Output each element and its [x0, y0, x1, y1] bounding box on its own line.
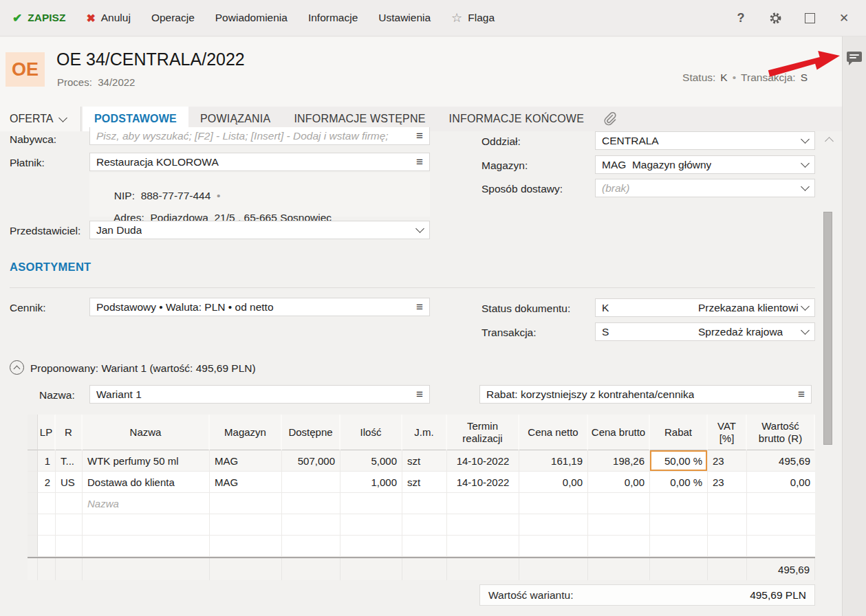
- menu-ustawienia[interactable]: Ustawienia: [378, 12, 431, 24]
- empty-cell[interactable]: [519, 514, 588, 536]
- col-wartosc-brutto[interactable]: Wartość brutto (R): [747, 415, 815, 450]
- cell-dostepne[interactable]: [282, 472, 340, 493]
- scrollbar-up-button[interactable]: [825, 135, 833, 144]
- empty-cell[interactable]: [83, 514, 210, 536]
- variant-collapse-button[interactable]: [10, 360, 24, 375]
- cell-vat[interactable]: 23: [708, 450, 747, 472]
- empty-cell[interactable]: [519, 536, 588, 557]
- empty-cell[interactable]: [747, 514, 815, 536]
- menu-powiadomienia[interactable]: Powiadomienia: [215, 12, 288, 24]
- cell-jm[interactable]: szt: [402, 450, 447, 472]
- sposob-dostawy-dropdown[interactable]: (brak): [595, 179, 815, 197]
- empty-cell[interactable]: [38, 514, 56, 536]
- nabywca-list-icon[interactable]: ≡: [416, 130, 423, 142]
- cell-cena-netto[interactable]: 0,00: [519, 472, 588, 493]
- empty-cell[interactable]: [38, 536, 56, 557]
- platnik-field[interactable]: Restauracja KOLOROWA ≡: [89, 153, 430, 171]
- cell-wartosc-brutto[interactable]: 0,00: [747, 472, 815, 493]
- col-vat[interactable]: VAT [%]: [708, 415, 747, 450]
- empty-cell[interactable]: [340, 536, 402, 557]
- col-cena-brutto[interactable]: Cena brutto: [588, 415, 650, 450]
- row-indicator[interactable]: [28, 450, 38, 472]
- cancel-button[interactable]: ✖ Anuluj: [86, 12, 131, 25]
- empty-cell[interactable]: [340, 514, 402, 536]
- magazyn-dropdown[interactable]: MAG Magazyn główny: [595, 155, 815, 174]
- help-button[interactable]: ?: [734, 10, 748, 25]
- empty-cell[interactable]: [588, 536, 650, 557]
- empty-cell[interactable]: [519, 493, 588, 514]
- empty-cell[interactable]: [588, 514, 650, 536]
- flag-button[interactable]: ☆ Flaga: [451, 10, 495, 25]
- cell-lp[interactable]: 2: [38, 472, 56, 493]
- new-row-nazwa-cell[interactable]: Nazwa: [83, 493, 210, 514]
- cell-termin[interactable]: 14-10-2022: [447, 472, 519, 493]
- row-indicator[interactable]: [28, 472, 38, 493]
- cell-rabat[interactable]: 0,00 %: [650, 472, 708, 493]
- cell-cena-brutto[interactable]: 198,26: [588, 450, 650, 472]
- close-button[interactable]: ✕: [837, 10, 851, 25]
- empty-cell[interactable]: [650, 514, 708, 536]
- cennik-list-icon[interactable]: ≡: [416, 301, 423, 313]
- empty-cell[interactable]: [402, 493, 447, 514]
- document-type-selector[interactable]: OFERTA: [0, 107, 81, 131]
- cennik-field[interactable]: Podstawowy • Waluta: PLN • od netto ≡: [89, 298, 430, 316]
- status-dokumentu-dropdown[interactable]: K Przekazana klientowi: [595, 298, 815, 317]
- empty-cell[interactable]: [56, 493, 83, 514]
- cell-cena-brutto[interactable]: 0,00: [588, 472, 650, 493]
- empty-cell[interactable]: [650, 493, 708, 514]
- empty-cell[interactable]: [747, 536, 815, 557]
- empty-cell[interactable]: [402, 536, 447, 557]
- empty-cell[interactable]: [650, 536, 708, 557]
- cell-jm[interactable]: szt: [402, 472, 447, 493]
- cell-r[interactable]: US: [56, 472, 83, 493]
- col-nazwa[interactable]: Nazwa: [83, 415, 210, 450]
- empty-cell[interactable]: [402, 514, 447, 536]
- row-indicator[interactable]: [28, 514, 38, 536]
- empty-cell[interactable]: [56, 514, 83, 536]
- przedstawiciel-dropdown[interactable]: Jan Duda: [89, 221, 430, 239]
- scrollbar-thumb[interactable]: [823, 212, 832, 445]
- variant-nazwa-field[interactable]: Wariant 1 ≡: [89, 385, 430, 404]
- maximize-button[interactable]: [803, 10, 816, 25]
- cell-ilosc[interactable]: 1,000: [340, 472, 402, 493]
- empty-cell[interactable]: [588, 493, 650, 514]
- cell-magazyn[interactable]: MAG: [210, 450, 282, 472]
- transakcja-dropdown[interactable]: S Sprzedaż krajowa: [595, 322, 815, 341]
- empty-cell[interactable]: [83, 536, 210, 557]
- empty-cell[interactable]: [447, 493, 519, 514]
- col-r[interactable]: R: [56, 415, 83, 450]
- rabat-field[interactable]: Rabat: korzystniejszy z kontrahenta/cenn…: [479, 385, 812, 404]
- cell-lp[interactable]: 1: [38, 450, 56, 472]
- empty-cell[interactable]: [38, 493, 56, 514]
- empty-cell[interactable]: [210, 536, 282, 557]
- col-dostepne[interactable]: Dostępne: [282, 415, 340, 450]
- row-indicator[interactable]: [28, 493, 38, 514]
- cell-nazwa[interactable]: WTK perfumy 50 ml: [83, 450, 210, 472]
- nabywca-field[interactable]: Pisz, aby wyszukać; [F2] - Lista; [Inser…: [89, 127, 430, 145]
- empty-cell[interactable]: [340, 493, 402, 514]
- empty-cell[interactable]: [210, 514, 282, 536]
- cell-ilosc[interactable]: 5,000: [340, 450, 402, 472]
- window-settings-button[interactable]: [768, 10, 782, 25]
- empty-cell[interactable]: [447, 536, 519, 557]
- empty-cell[interactable]: [708, 493, 747, 514]
- row-indicator[interactable]: [28, 536, 38, 557]
- rabat-list-icon[interactable]: ≡: [798, 388, 805, 400]
- comments-icon[interactable]: [847, 52, 862, 62]
- cell-cena-netto[interactable]: 161,19: [519, 450, 588, 472]
- tab-informacje-koncowe[interactable]: INFORMACJE KOŃCOWE: [437, 107, 596, 131]
- oddzial-dropdown[interactable]: CENTRALA: [595, 131, 815, 150]
- col-rabat[interactable]: Rabat: [650, 415, 708, 450]
- empty-cell[interactable]: [708, 514, 747, 536]
- cell-rabat-selected[interactable]: 50,00 %: [650, 450, 708, 472]
- cell-dostepne[interactable]: 507,000: [282, 450, 340, 472]
- save-button[interactable]: ✔ ZAPISZ: [12, 11, 65, 25]
- cell-r[interactable]: T...: [56, 450, 83, 472]
- cell-vat[interactable]: 23: [708, 472, 747, 493]
- cell-termin[interactable]: 14-10-2022: [447, 450, 519, 472]
- attachments-button[interactable]: [601, 107, 618, 131]
- col-termin[interactable]: Termin realizacji: [447, 415, 519, 450]
- col-ilosc[interactable]: Ilość: [340, 415, 402, 450]
- empty-cell[interactable]: [282, 536, 340, 557]
- col-cena-netto[interactable]: Cena netto: [519, 415, 588, 450]
